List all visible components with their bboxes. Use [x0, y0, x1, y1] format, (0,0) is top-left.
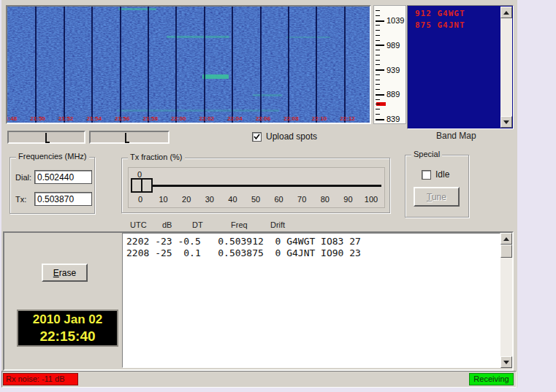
special-group: Special Idle Tune [405, 155, 469, 218]
arrow-up-icon [503, 11, 509, 15]
waterfall-display[interactable]: 21:48 21:50 21:52 21:54 21:56 21:58 22:0… [7, 7, 370, 123]
waterfall-time-label: 22:10 [312, 115, 327, 122]
freq-scale-tick [376, 80, 380, 80]
freq-scale-tick [376, 119, 384, 120]
tx-level-meter [89, 131, 170, 144]
column-header-freq: Freq [231, 220, 248, 229]
freq-scale-tick [376, 35, 380, 36]
scrollbar-thumb[interactable] [500, 245, 512, 258]
waterfall-segment-line [35, 7, 37, 123]
signal-trace [118, 8, 156, 10]
freq-scale-tick [376, 64, 380, 65]
freq-scale-tick [376, 60, 380, 61]
slider-tick-label: 50 [251, 195, 260, 204]
freq-scale-tick [376, 10, 380, 11]
slider-tick-label: 20 [182, 195, 191, 204]
signal-trace [286, 36, 330, 38]
slider-tick-label: 10 [159, 195, 167, 204]
waterfall-segment-line [288, 7, 289, 123]
waterfall-time-label: 21:56 [115, 115, 129, 122]
slider-tick-label: 100 [365, 195, 378, 204]
waterfall-time-label: 21:58 [143, 115, 158, 122]
rx-noise-badge: Rx noise: -11 dB [3, 373, 78, 385]
main-window: 21:48 21:50 21:52 21:54 21:56 21:58 22:0… [1, 0, 517, 388]
decode-scrollbar[interactable] [500, 233, 512, 368]
slider-handle[interactable] [131, 178, 153, 193]
waterfall-panel: 21:48 21:50 21:52 21:54 21:56 21:58 22:0… [6, 5, 371, 124]
waterfall-time-label: 22:06 [256, 115, 270, 122]
tx-label: Tx: [15, 195, 26, 204]
checkmark-icon [254, 134, 260, 140]
freq-scale-tick [376, 45, 384, 46]
decode-row: 2208 -25 0.1 0.503875 0 G4JNT IO90 23 [126, 247, 361, 258]
freq-scale-tick [376, 25, 380, 26]
band-map-scrollbar[interactable] [500, 7, 512, 128]
waterfall-time-label: 21:54 [86, 115, 101, 122]
freq-scale-tick [376, 94, 384, 96]
band-map-entry: 912 G4WGT [415, 9, 465, 18]
freq-scale-tick [376, 15, 380, 16]
upload-spots-checkbox[interactable] [252, 132, 262, 142]
tx-frequency-input[interactable] [34, 192, 92, 206]
level-marker [45, 133, 47, 142]
signal-trace [117, 109, 279, 112]
special-group-title: Special [411, 150, 442, 158]
frequencies-group: Frequencies (MHz) Dial: Tx: [9, 157, 95, 214]
waterfall-time-label: 22:12 [340, 115, 354, 122]
waterfall-segment-line [316, 7, 317, 123]
waterfall-time-label: 21:52 [58, 115, 73, 122]
freq-scale-tick [376, 99, 380, 100]
slider-handle-divider [141, 180, 142, 191]
scroll-up-button[interactable] [500, 233, 512, 245]
freq-scale-label: 839 [386, 115, 400, 123]
tx-fraction-group: Tx fraction (%) 0 0 10 20 30 40 50 60 70… [121, 158, 390, 213]
scroll-down-button[interactable] [500, 116, 512, 128]
clock-time: 22:15:40 [18, 328, 117, 345]
band-map-display: 912 G4WGT 875 G4JNT [407, 5, 514, 129]
clock-display: 2010 Jan 02 22:15:40 [17, 310, 118, 347]
dial-frequency-input[interactable] [34, 170, 92, 184]
slider-track[interactable] [132, 185, 381, 187]
idle-label: Idle [435, 169, 449, 180]
freq-scale-label: 889 [386, 90, 400, 99]
waterfall-segment-line [344, 7, 346, 123]
decode-text-area[interactable]: 2202 -23 -0.5 0.503912 0 G4WGT IO83 27 2… [122, 233, 500, 368]
waterfall-segment-line [204, 7, 205, 123]
frequency-scale: 1039 989 939 889 839 [373, 5, 406, 124]
column-header-utc: UTC [130, 220, 147, 229]
slider-tick-label: 40 [228, 195, 237, 204]
band-map-entry: 875 G4JNT [415, 20, 465, 30]
freq-scale-tick [376, 109, 380, 109]
idle-checkbox[interactable] [422, 170, 431, 180]
decode-panel: Erase 2010 Jan 02 22:15:40 2202 -23 -0.5… [3, 231, 514, 371]
signal-trace [202, 74, 229, 79]
decode-row: 2202 -23 -0.5 0.503912 0 G4WGT IO83 27 [126, 236, 361, 247]
scroll-up-button[interactable] [500, 7, 512, 18]
freq-scale-tick [376, 50, 380, 50]
upload-spots-control: Upload spots [252, 131, 317, 142]
dial-label: Dial: [15, 173, 31, 182]
waterfall-segment-line [64, 7, 65, 123]
erase-button[interactable]: Erase [42, 264, 88, 282]
scroll-down-button[interactable] [500, 356, 512, 368]
waterfall-time-label: 22:08 [283, 115, 298, 122]
waterfall-segment-line [260, 7, 262, 123]
freq-scale-tick [376, 20, 384, 22]
freq-scale-tick [376, 40, 380, 41]
waterfall-time-label: 22:00 [171, 115, 186, 122]
idle-control: Idle [422, 169, 449, 180]
freq-scale-tick [376, 55, 380, 55]
freq-scale-tick [376, 84, 380, 85]
arrow-down-icon [503, 361, 509, 364]
freq-scale-tick [376, 69, 384, 71]
tx-fraction-group-title: Tx fraction (%) [128, 153, 185, 161]
waterfall-time-label: 22:02 [199, 115, 214, 122]
level-marker [125, 133, 126, 142]
slider-tick-label: 60 [274, 195, 283, 204]
status-bar: Rx noise: -11 dB Receiving [1, 371, 517, 388]
column-header-drift: Drift [270, 220, 285, 229]
column-header-db: dB [162, 220, 172, 229]
tune-button[interactable]: Tune [414, 187, 460, 207]
wspr-application: 21:48 21:50 21:52 21:54 21:56 21:58 22:0… [0, 0, 556, 392]
column-header-dt: DT [192, 220, 203, 229]
